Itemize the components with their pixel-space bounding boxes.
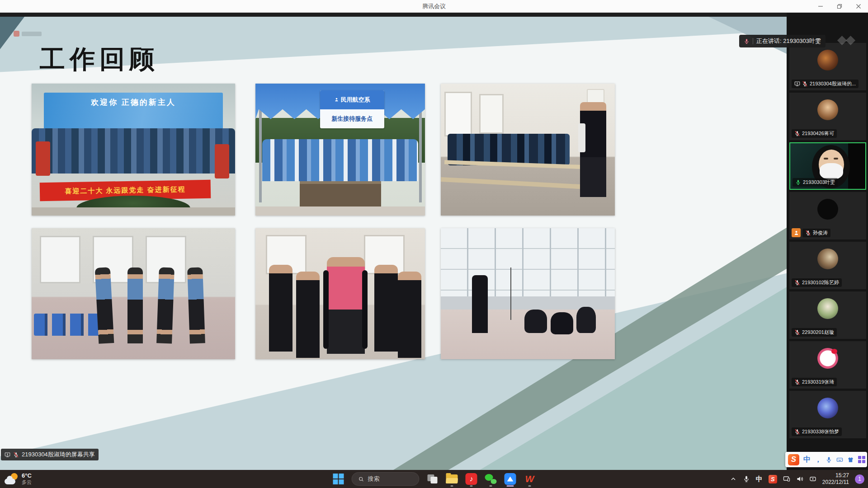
hidden-icons-chevron-icon[interactable] (730, 475, 737, 483)
weather-partly-cloudy-icon (5, 473, 18, 485)
photo-welcome-group: 欢迎你 正德的新主人 喜迎二十大 永远跟党走 奋进新征程 (32, 84, 235, 216)
participant-tile-7[interactable]: 21930319张琦 (789, 341, 866, 389)
windows-logo-icon (333, 474, 344, 484)
tray-mic-icon[interactable] (743, 475, 750, 483)
p4-dancer-4 (187, 267, 205, 343)
p5-person-1 (269, 265, 292, 351)
taskbar-search[interactable]: 搜索 (352, 472, 420, 486)
participant-tile-6[interactable]: 22930201赵璇 (789, 291, 866, 339)
system-tray: 中 S 15:27 2022/12/11 1 (730, 470, 864, 488)
mic-muted-icon (13, 452, 19, 458)
tray-sogou-icon[interactable]: S (769, 475, 777, 483)
p6-standing-person (472, 275, 488, 333)
avatar (817, 298, 838, 319)
restore-button[interactable] (830, 0, 849, 13)
participant-label: 21930426蒋可 (792, 129, 837, 138)
p2-sign-board: 民用航空系 新生接待服务点 (320, 90, 385, 129)
avatar (817, 348, 838, 369)
watermark-diamonds (839, 37, 854, 44)
avatar (817, 99, 838, 120)
participant-tile-3-active-speaker[interactable]: 21930303叶雯 (789, 142, 866, 190)
share-top-strip (0, 13, 787, 17)
slide-title: 工作回顾 (40, 42, 159, 77)
p2-ground (255, 206, 425, 216)
ime-skin-icon[interactable] (847, 456, 854, 463)
participant-label: 孙俊涛 (802, 229, 830, 237)
ime-voice-icon[interactable] (826, 456, 832, 463)
participant-label: 21930338张怡梦 (792, 427, 842, 436)
tray-ime-indicator[interactable]: 中 (756, 475, 763, 483)
p5-person-4 (398, 272, 421, 358)
netease-music-icon: ♪ (466, 473, 477, 485)
participant-tile-8[interactable]: 21930338张怡梦 (789, 391, 866, 438)
task-view-icon (428, 474, 438, 483)
photo-dance-line (32, 228, 235, 359)
p2-desk (300, 181, 381, 207)
wps-icon: W (525, 474, 534, 484)
participant-label: 21930319张琦 (792, 378, 837, 386)
sogou-logo[interactable]: S (788, 454, 799, 465)
p2-volunteer-row (262, 139, 418, 181)
weather-condition: 多云 (22, 479, 32, 485)
participant-tile-2[interactable]: 21930426蒋可 (789, 93, 866, 140)
tray-touchpad-icon[interactable] (809, 475, 816, 483)
photo-indoor-performance (255, 228, 425, 359)
close-button[interactable] (849, 0, 868, 13)
p4-blue-chairs (34, 314, 103, 336)
p3-window-1 (444, 92, 472, 136)
ime-toolbox-icon[interactable] (858, 456, 865, 463)
participant-tile-5[interactable]: 21930102陈艺婷 (789, 242, 866, 289)
wechat-button[interactable] (485, 470, 497, 488)
taskbar-center-icons: 搜索 ♪ W (332, 470, 536, 488)
p2-tent-pole-left (259, 97, 262, 202)
p1-red-vest-left (36, 141, 50, 176)
p5-person-3 (374, 265, 398, 351)
netease-music-button[interactable]: ♪ (465, 470, 478, 488)
p1-crowd (32, 128, 235, 173)
p5-center-person-pink (327, 257, 365, 354)
file-explorer-button[interactable] (446, 470, 458, 488)
p4-window-1 (40, 236, 80, 283)
tray-cast-display-icon[interactable] (783, 475, 790, 483)
taskbar-weather-widget[interactable]: 6°C 多云 (5, 470, 32, 488)
p1-backdrop-text: 欢迎你 正德的新主人 (91, 98, 176, 107)
participant-tile-4[interactable]: 孙俊涛 (789, 192, 866, 239)
minimize-button[interactable] (811, 0, 830, 13)
mic-muted-icon (794, 429, 800, 435)
ime-keyboard-icon[interactable] (836, 456, 843, 463)
participant-tile-1[interactable]: 21930304殷淑琦的... (789, 43, 866, 90)
tray-speaker-icon[interactable] (796, 475, 803, 483)
screen-share-icon (794, 81, 800, 87)
avatar (817, 398, 838, 418)
clock-time: 15:27 (822, 472, 849, 479)
ime-punctuation-toggle[interactable]: ， (815, 455, 821, 464)
ime-mode-toggle[interactable]: 中 (803, 455, 811, 465)
mic-muted-icon (794, 379, 800, 385)
participants-panel[interactable]: 21930304殷淑琦的... 21930426蒋可 219303 (787, 13, 868, 470)
sogou-ime-bar[interactable]: S 中 ， (785, 452, 867, 467)
banner-divider (753, 38, 753, 44)
tray-clock[interactable]: 15:27 2022/12/11 (822, 472, 849, 486)
p2-sign-top: 民用航空系 (320, 90, 385, 109)
participant-label: 21930303叶雯 (793, 178, 838, 187)
notification-badge[interactable]: 1 (855, 474, 864, 484)
slide-watermark-logo (14, 31, 42, 37)
participant-label: 21930304殷淑琦的... (792, 80, 859, 88)
screen-share-toast: 21930304殷淑琦的屏幕共享 (1, 449, 99, 460)
wechat-icon (485, 473, 497, 485)
avatar (817, 199, 838, 220)
folder-icon (446, 474, 458, 483)
speaking-mic-icon (744, 38, 750, 44)
p4-dancer-3 (156, 267, 175, 343)
shared-screen: 工作回顾 欢迎你 正德的新主人 喜迎二十大 永远跟党走 奋进新征程 (0, 13, 787, 470)
tencent-meeting-button[interactable] (504, 470, 517, 488)
photo-tent-reception: 民用航空系 新生接待服务点 (255, 84, 425, 216)
participant-label: 21930102陈艺婷 (792, 278, 842, 287)
mic-muted-icon (802, 81, 808, 87)
wps-office-button[interactable]: W (524, 470, 536, 488)
mic-muted-icon (794, 329, 800, 335)
start-button[interactable] (332, 470, 345, 488)
p4-dancer-2 (127, 267, 143, 343)
p6-kneeling-person-2 (551, 312, 573, 334)
task-view-button[interactable] (426, 470, 439, 488)
